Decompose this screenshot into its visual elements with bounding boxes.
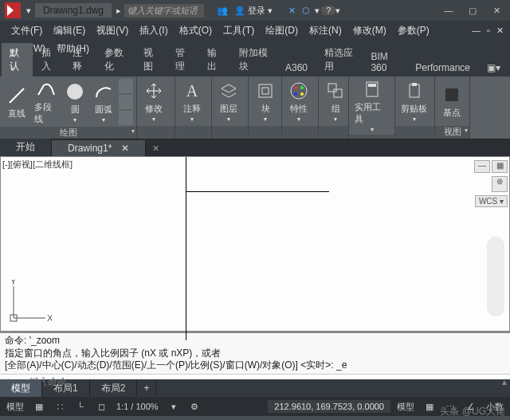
menu-edit[interactable]: 编辑(E) xyxy=(49,22,90,39)
tab-start[interactable]: 开始 xyxy=(0,138,52,156)
ribbon-tab-default[interactable]: 默认 xyxy=(2,43,33,77)
drawing-canvas[interactable]: [-][俯视][二维线框] Y X — ▦ ⊕ WCS ▾ xyxy=(0,156,510,332)
ortho-toggle-icon[interactable]: └ xyxy=(72,399,89,414)
move-icon xyxy=(143,80,165,102)
exchange-icon[interactable]: ✕ xyxy=(285,6,299,16)
menu-modify[interactable]: 修改(M) xyxy=(348,22,391,39)
arc-button[interactable]: 圆弧 ▾ xyxy=(90,80,117,124)
menu-parametric[interactable]: 参数(P) xyxy=(393,22,434,39)
menu-tools[interactable]: 工具(T) xyxy=(218,22,259,39)
zoom-dropdown-icon[interactable]: ▾ xyxy=(165,399,182,414)
svg-rect-3 xyxy=(262,88,269,94)
utilities-button[interactable]: 实用工具 ▾ xyxy=(352,78,391,133)
ribbon-tabs: 默认 插入 注释 参数化 视图 管理 输出 附加模块 A360 精选应用 BIM… xyxy=(0,57,510,77)
crosshair-horizontal xyxy=(186,191,329,192)
new-tab-button[interactable]: ✕ xyxy=(146,141,166,156)
wcs-label[interactable]: WCS ▾ xyxy=(475,195,508,207)
menu-dimension[interactable]: 标注(N) xyxy=(304,22,347,39)
ribbon: 直线 多段线 圆 ▾ 圆弧 ▾ 绘图▾ xyxy=(0,77,510,139)
line-button[interactable]: 直线 xyxy=(3,84,30,120)
title-doc-dropdown[interactable]: ▸ xyxy=(113,6,124,16)
layout-tab-layout1[interactable]: 布局1 xyxy=(42,379,90,398)
clipboard-icon xyxy=(403,80,426,102)
layout-tab-add[interactable]: + xyxy=(137,380,156,396)
ribbon-tab-performance[interactable]: Performance xyxy=(407,59,478,77)
viewport-minimize-icon[interactable]: — xyxy=(474,160,490,173)
rectangle-button[interactable] xyxy=(119,79,133,93)
search-input[interactable]: 键入关键字或短语 xyxy=(124,4,204,18)
nav-compass-icon[interactable]: ⊕ xyxy=(492,176,508,192)
svg-point-7 xyxy=(294,92,297,96)
ribbon-tab-a360[interactable]: A360 xyxy=(277,59,316,77)
layer-button[interactable]: 图层 ▾ xyxy=(215,80,242,123)
svg-rect-13 xyxy=(410,84,419,97)
gear-icon[interactable]: ⚙ xyxy=(186,399,203,414)
hatch-button[interactable] xyxy=(119,111,133,125)
basepoint-button[interactable]: 基点 xyxy=(438,84,465,119)
ribbon-tab-parametric[interactable]: 参数化 xyxy=(96,43,135,77)
circle-button[interactable]: 圆 ▾ xyxy=(61,80,88,124)
block-button[interactable]: 块 ▾ xyxy=(252,80,279,123)
ribbon-tab-output[interactable]: 输出 xyxy=(199,43,230,77)
ribbon-tab-bim360[interactable]: BIM 360 xyxy=(363,48,406,77)
login-button[interactable]: 👤 登录 ▾ xyxy=(231,5,276,17)
help-icon[interactable]: ? xyxy=(321,6,335,15)
crosshair-vertical xyxy=(186,157,186,340)
help-dropdown-icon[interactable]: ▾ xyxy=(335,6,340,16)
mdi-minimize-button[interactable]: — xyxy=(472,26,481,35)
ellipse-button[interactable] xyxy=(119,95,133,109)
status-model-label[interactable]: 模型 xyxy=(3,401,27,413)
menu-draw[interactable]: 绘图(D) xyxy=(261,22,303,39)
status-bar: 模型 ▦ ⸬ └ ◻ 1:1 / 100% ▾ ⚙ 212.9610, 169.… xyxy=(0,397,510,416)
svg-rect-9 xyxy=(328,84,336,92)
menu-insert[interactable]: 插入(I) xyxy=(135,22,172,39)
ribbon-tab-annotate[interactable]: 注释 xyxy=(65,43,96,77)
modify-button[interactable]: 修改 ▾ xyxy=(140,80,167,123)
mdi-restore-button[interactable]: ▫ xyxy=(482,26,495,35)
app-menu-dropdown[interactable]: ▾ xyxy=(24,6,33,16)
layout-tab-layout2[interactable]: 布局2 xyxy=(90,379,138,398)
tab-close-icon[interactable]: ✕ xyxy=(121,143,129,154)
grid-toggle-icon[interactable]: ▦ xyxy=(30,399,48,414)
ribbon-focus-button[interactable]: ▣▾ xyxy=(479,59,508,77)
command-recent-icon[interactable]: ▴ xyxy=(502,376,507,387)
panel-draw-title[interactable]: 绘图▾ xyxy=(0,127,136,139)
svg-point-4 xyxy=(291,83,307,99)
infocenter-icon[interactable]: 👥 xyxy=(214,6,231,16)
polyline-button[interactable]: 多段线 xyxy=(32,78,60,125)
ribbon-tab-insert[interactable]: 插入 xyxy=(33,43,65,77)
osnap-toggle-icon[interactable]: ◻ xyxy=(92,399,110,414)
layout-tab-model[interactable]: 模型 xyxy=(0,379,42,398)
svg-rect-14 xyxy=(412,83,417,86)
viewport-label[interactable]: [-][俯视][二维线框] xyxy=(2,159,73,171)
ribbon-tab-manage[interactable]: 管理 xyxy=(167,43,198,77)
app-logo-icon[interactable] xyxy=(5,2,21,18)
space-label[interactable]: 模型 xyxy=(394,401,418,413)
coordinates-display: 212.9610, 169.7523, 0.0000 xyxy=(268,400,390,413)
zoom-label[interactable]: 1:1 / 100% xyxy=(113,402,162,411)
basepoint-icon xyxy=(441,84,463,106)
tab-drawing1[interactable]: Drawing1* ✕ xyxy=(52,140,146,156)
arc-icon xyxy=(92,80,115,103)
menu-file[interactable]: 文件(F) xyxy=(6,22,47,39)
maximize-button[interactable]: ▢ xyxy=(461,2,484,18)
ribbon-tab-view[interactable]: 视图 xyxy=(135,43,167,77)
properties-button[interactable]: 特性 ▾ xyxy=(285,80,312,123)
grid-icon[interactable]: ▦ xyxy=(421,399,438,414)
title-dropdown-icon[interactable]: ▾ xyxy=(313,6,321,16)
viewport-config-icon[interactable]: ▦ xyxy=(492,160,508,173)
minimize-button[interactable]: — xyxy=(437,2,461,18)
close-button[interactable]: ✕ xyxy=(484,2,508,18)
annotation-button[interactable]: A 注释 ▾ xyxy=(178,80,206,123)
snap-toggle-icon[interactable]: ⸬ xyxy=(51,399,69,414)
mdi-close-button[interactable]: ✕ xyxy=(496,26,504,36)
navigation-bar[interactable] xyxy=(487,237,504,316)
menu-view[interactable]: 视图(V) xyxy=(92,22,133,39)
ribbon-tab-addins[interactable]: 附加模块 xyxy=(231,43,277,77)
panel-view-title[interactable]: 视图▾ xyxy=(435,126,469,139)
menu-format[interactable]: 格式(O) xyxy=(175,22,217,39)
clipboard-button[interactable]: 剪贴板 ▾ xyxy=(398,80,430,123)
ribbon-tab-featured[interactable]: 精选应用 xyxy=(316,43,362,77)
app-store-icon[interactable]: ⬡ xyxy=(299,6,313,16)
group-button[interactable]: 组 ▾ xyxy=(322,80,349,123)
